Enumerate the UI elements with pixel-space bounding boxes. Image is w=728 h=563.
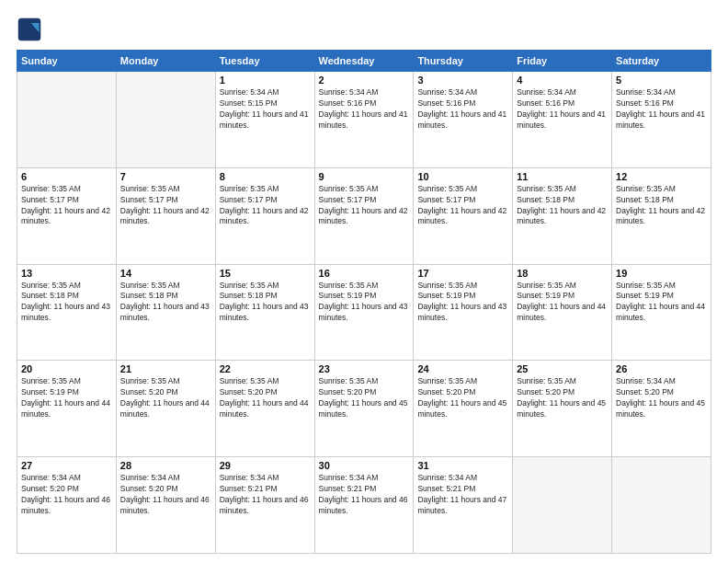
calendar-cell: 30Sunrise: 5:34 AMSunset: 5:21 PMDayligh… — [314, 457, 414, 554]
calendar-cell: 13Sunrise: 5:35 AMSunset: 5:18 PMDayligh… — [17, 264, 117, 361]
calendar-cell: 20Sunrise: 5:35 AMSunset: 5:19 PMDayligh… — [17, 361, 117, 457]
cell-details: Sunrise: 5:34 AMSunset: 5:16 PMDaylight:… — [517, 87, 608, 132]
day-number: 13 — [21, 268, 112, 279]
day-number: 27 — [21, 460, 112, 471]
day-number: 22 — [220, 363, 311, 374]
day-number: 8 — [220, 171, 311, 182]
cell-details: Sunrise: 5:35 AMSunset: 5:19 PMDaylight:… — [517, 281, 608, 325]
day-number: 5 — [616, 75, 707, 86]
day-number: 26 — [616, 363, 707, 374]
cell-details: Sunrise: 5:34 AMSunset: 5:20 PMDaylight:… — [616, 376, 707, 420]
cell-details: Sunrise: 5:35 AMSunset: 5:17 PMDaylight:… — [220, 184, 311, 228]
cell-details: Sunrise: 5:34 AMSunset: 5:20 PMDaylight:… — [120, 473, 211, 517]
week-row-4: 20Sunrise: 5:35 AMSunset: 5:19 PMDayligh… — [17, 361, 711, 457]
day-number: 30 — [319, 460, 410, 471]
day-number: 4 — [517, 75, 608, 86]
calendar-cell: 18Sunrise: 5:35 AMSunset: 5:19 PMDayligh… — [513, 264, 612, 361]
calendar-table: SundayMondayTuesdayWednesdayThursdayFrid… — [17, 50, 711, 554]
calendar-cell: 12Sunrise: 5:35 AMSunset: 5:18 PMDayligh… — [612, 167, 711, 264]
cell-details: Sunrise: 5:34 AMSunset: 5:16 PMDaylight:… — [616, 87, 707, 132]
day-header-thursday: Thursday — [414, 51, 513, 72]
week-row-1: 1Sunrise: 5:34 AMSunset: 5:15 PMDaylight… — [17, 72, 711, 168]
calendar-cell: 9Sunrise: 5:35 AMSunset: 5:17 PMDaylight… — [314, 167, 414, 264]
day-number: 9 — [319, 171, 410, 182]
calendar-header-row: SundayMondayTuesdayWednesdayThursdayFrid… — [17, 51, 711, 72]
cell-details: Sunrise: 5:35 AMSunset: 5:17 PMDaylight:… — [21, 184, 112, 228]
week-row-2: 6Sunrise: 5:35 AMSunset: 5:17 PMDaylight… — [17, 167, 711, 264]
day-number: 2 — [319, 75, 410, 86]
calendar-cell: 25Sunrise: 5:35 AMSunset: 5:20 PMDayligh… — [513, 361, 612, 457]
day-number: 18 — [517, 268, 608, 279]
cell-details: Sunrise: 5:35 AMSunset: 5:20 PMDaylight:… — [417, 376, 508, 420]
calendar-cell: 1Sunrise: 5:34 AMSunset: 5:15 PMDaylight… — [215, 72, 314, 168]
day-number: 20 — [21, 363, 112, 374]
calendar-cell: 24Sunrise: 5:35 AMSunset: 5:20 PMDayligh… — [414, 361, 513, 457]
day-number: 25 — [517, 363, 608, 374]
calendar-cell: 10Sunrise: 5:35 AMSunset: 5:17 PMDayligh… — [414, 167, 513, 264]
calendar-cell: 21Sunrise: 5:35 AMSunset: 5:20 PMDayligh… — [116, 361, 215, 457]
page: SundayMondayTuesdayWednesdayThursdayFrid… — [0, 0, 728, 563]
cell-details: Sunrise: 5:35 AMSunset: 5:18 PMDaylight:… — [21, 281, 112, 325]
cell-details: Sunrise: 5:34 AMSunset: 5:21 PMDaylight:… — [417, 473, 508, 517]
calendar-cell: 22Sunrise: 5:35 AMSunset: 5:20 PMDayligh… — [215, 361, 314, 457]
cell-details: Sunrise: 5:35 AMSunset: 5:19 PMDaylight:… — [616, 281, 707, 325]
calendar-cell: 15Sunrise: 5:35 AMSunset: 5:18 PMDayligh… — [215, 264, 314, 361]
cell-details: Sunrise: 5:34 AMSunset: 5:20 PMDaylight:… — [21, 473, 112, 517]
cell-details: Sunrise: 5:35 AMSunset: 5:17 PMDaylight:… — [120, 184, 211, 228]
cell-details: Sunrise: 5:34 AMSunset: 5:16 PMDaylight:… — [417, 87, 508, 132]
day-number: 6 — [21, 171, 112, 182]
header — [17, 17, 711, 42]
day-header-friday: Friday — [513, 51, 612, 72]
calendar-cell — [612, 457, 711, 554]
cell-details: Sunrise: 5:35 AMSunset: 5:18 PMDaylight:… — [517, 184, 608, 228]
calendar-cell: 7Sunrise: 5:35 AMSunset: 5:17 PMDaylight… — [116, 167, 215, 264]
calendar-cell — [116, 72, 215, 168]
cell-details: Sunrise: 5:35 AMSunset: 5:18 PMDaylight:… — [120, 281, 211, 325]
cell-details: Sunrise: 5:35 AMSunset: 5:17 PMDaylight:… — [319, 184, 410, 228]
week-row-5: 27Sunrise: 5:34 AMSunset: 5:20 PMDayligh… — [17, 457, 711, 554]
cell-details: Sunrise: 5:35 AMSunset: 5:20 PMDaylight:… — [220, 376, 311, 420]
day-header-sunday: Sunday — [17, 51, 117, 72]
cell-details: Sunrise: 5:35 AMSunset: 5:18 PMDaylight:… — [616, 184, 707, 228]
day-number: 19 — [616, 268, 707, 279]
day-number: 1 — [220, 75, 311, 86]
cell-details: Sunrise: 5:35 AMSunset: 5:19 PMDaylight:… — [417, 281, 508, 325]
logo — [17, 17, 44, 42]
calendar-cell: 29Sunrise: 5:34 AMSunset: 5:21 PMDayligh… — [215, 457, 314, 554]
cell-details: Sunrise: 5:35 AMSunset: 5:17 PMDaylight:… — [417, 184, 508, 228]
day-number: 23 — [319, 363, 410, 374]
day-number: 21 — [120, 363, 211, 374]
week-row-3: 13Sunrise: 5:35 AMSunset: 5:18 PMDayligh… — [17, 264, 711, 361]
cell-details: Sunrise: 5:35 AMSunset: 5:20 PMDaylight:… — [517, 376, 608, 420]
calendar-cell: 31Sunrise: 5:34 AMSunset: 5:21 PMDayligh… — [414, 457, 513, 554]
calendar-cell: 23Sunrise: 5:35 AMSunset: 5:20 PMDayligh… — [314, 361, 414, 457]
day-number: 24 — [417, 363, 508, 374]
calendar-cell: 16Sunrise: 5:35 AMSunset: 5:19 PMDayligh… — [314, 264, 414, 361]
calendar-cell: 3Sunrise: 5:34 AMSunset: 5:16 PMDaylight… — [414, 72, 513, 168]
calendar-cell: 17Sunrise: 5:35 AMSunset: 5:19 PMDayligh… — [414, 264, 513, 361]
cell-details: Sunrise: 5:35 AMSunset: 5:20 PMDaylight:… — [120, 376, 211, 420]
day-number: 14 — [120, 268, 211, 279]
day-header-tuesday: Tuesday — [215, 51, 314, 72]
day-number: 10 — [417, 171, 508, 182]
calendar-cell: 6Sunrise: 5:35 AMSunset: 5:17 PMDaylight… — [17, 167, 117, 264]
day-number: 3 — [417, 75, 508, 86]
calendar-cell: 26Sunrise: 5:34 AMSunset: 5:20 PMDayligh… — [612, 361, 711, 457]
calendar-cell: 8Sunrise: 5:35 AMSunset: 5:17 PMDaylight… — [215, 167, 314, 264]
day-number: 15 — [220, 268, 311, 279]
cell-details: Sunrise: 5:35 AMSunset: 5:19 PMDaylight:… — [21, 376, 112, 420]
day-header-wednesday: Wednesday — [314, 51, 414, 72]
cell-details: Sunrise: 5:35 AMSunset: 5:20 PMDaylight:… — [319, 376, 410, 420]
cell-details: Sunrise: 5:34 AMSunset: 5:21 PMDaylight:… — [319, 473, 410, 517]
day-number: 16 — [319, 268, 410, 279]
day-number: 7 — [120, 171, 211, 182]
calendar-cell: 28Sunrise: 5:34 AMSunset: 5:20 PMDayligh… — [116, 457, 215, 554]
calendar-cell: 4Sunrise: 5:34 AMSunset: 5:16 PMDaylight… — [513, 72, 612, 168]
logo-icon — [17, 17, 42, 42]
day-number: 31 — [417, 460, 508, 471]
calendar-body: 1Sunrise: 5:34 AMSunset: 5:15 PMDaylight… — [17, 72, 711, 554]
calendar-cell: 19Sunrise: 5:35 AMSunset: 5:19 PMDayligh… — [612, 264, 711, 361]
cell-details: Sunrise: 5:35 AMSunset: 5:18 PMDaylight:… — [220, 281, 311, 325]
cell-details: Sunrise: 5:34 AMSunset: 5:16 PMDaylight:… — [319, 87, 410, 132]
day-number: 17 — [417, 268, 508, 279]
